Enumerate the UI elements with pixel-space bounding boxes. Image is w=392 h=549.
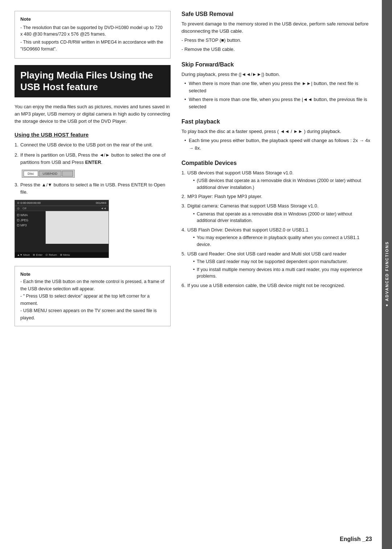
right-column: Safe USB Removal To prevent damage to th…: [181, 11, 371, 538]
top-note-item-2: - This unit supports CD-R/RW written in …: [20, 39, 165, 53]
disc-tab: Disc: [24, 171, 38, 177]
usb-hdd-tab: USB/HDD: [39, 171, 62, 177]
screen-mockup-1-container: Disc USB/HDD: [22, 170, 171, 178]
screen-spacer: [29, 207, 98, 210]
bottom-note-title: Note: [20, 271, 165, 278]
step-3: 3. Press the ▲/▼ buttons to select a fil…: [15, 181, 171, 196]
fast-playback-heading: Fast playback: [181, 118, 371, 125]
screen-body: WMA JPEG MP3: [15, 211, 109, 244]
device-item-4: 4. USB Flash Drive: Devices that support…: [181, 226, 371, 248]
screen-footer-return: ⊙ Return: [45, 253, 57, 257]
sidebar-item-wma: WMA: [16, 213, 44, 218]
page-footer: English _23: [340, 536, 372, 542]
screen-count: 001/003: [96, 201, 106, 205]
steps-list: 1. Connect the USB device to the USB por…: [15, 141, 171, 166]
jpeg-dot: [17, 219, 19, 221]
side-tab: ● Advanced Functions: [382, 0, 392, 549]
device-item-2: 2. MP3 Player: Flash type MP3 player.: [181, 193, 371, 200]
screen-icon-repeat: ◎: [17, 207, 20, 210]
skip-bullet-1: When there is more than one file, when y…: [184, 80, 371, 94]
skip-intro: During playback, press the (|◄◄/►►|) but…: [181, 71, 371, 78]
compatible-devices-list: 1. USB devices that support USB Mass Sto…: [181, 169, 371, 290]
device-1-sub: (USB devices that operate as a removable…: [187, 177, 371, 191]
page-container: Note - The resolution that can be suppor…: [0, 0, 392, 549]
device-4-sub-1: You may experience a difference in playb…: [193, 234, 371, 248]
step-1: 1. Connect the USB device to the USB por…: [15, 141, 171, 149]
safe-usb-intro: To prevent damage to the memory stored i…: [181, 20, 371, 35]
top-note-item-1: - The resolution that can be supported b…: [20, 24, 165, 38]
device-5-sub: The USB card reader may not be supported…: [187, 258, 371, 280]
wma-dot: [17, 214, 19, 216]
main-heading-text: Playing Media Files Using the USB Host f…: [20, 69, 165, 93]
empty-tab: [62, 171, 73, 177]
device-1-sub-1: (USB devices that operate as a removable…: [193, 177, 371, 191]
fast-playback-bullets: Each time you press either button, the p…: [181, 137, 371, 152]
screen-mockup-1: Disc USB/HDD: [22, 170, 75, 178]
device-item-3: 3. Digital camera: Cameras that support …: [181, 202, 371, 224]
main-content: Note - The resolution that can be suppor…: [0, 0, 382, 549]
usb-host-section: Using the USB HOST feature 1. Connect th…: [15, 132, 171, 258]
side-tab-label: ● Advanced Functions: [385, 241, 389, 308]
screen-footer-menu: ⊕ Menu: [60, 253, 70, 257]
safe-usb-step2: - Remove the USB cable.: [181, 46, 371, 53]
sidebar-item-mp3: MP3: [16, 223, 44, 228]
safe-usb-heading: Safe USB Removal: [181, 11, 371, 17]
screen-sidebar: WMA JPEG MP3: [15, 211, 46, 244]
skip-bullets: When there is more than one file, when y…: [181, 80, 371, 111]
device-4-sub: You may experience a difference in playb…: [187, 234, 371, 248]
sidebar-item-jpeg: JPEG: [16, 218, 44, 223]
device-item-6: 6. If you use a USB extension cable, the…: [181, 282, 371, 289]
compatible-devices-heading: Compatible Devices: [181, 160, 371, 166]
bottom-note-item-1: - Each time the USB button on the remote…: [20, 278, 165, 292]
safe-usb-step1: - Press the STOP (■) button.: [181, 37, 371, 44]
top-note-title: Note: [20, 16, 165, 23]
usb-host-heading: Using the USB HOST feature: [15, 132, 171, 138]
intro-text: You can enjoy the media files such as pi…: [15, 103, 171, 125]
screen-mockup-2: ⊙ 0:00:00/0:00:00 001/003 ◎ Off ◄◄: [15, 200, 109, 258]
screen-footer-enter: ⊕ Enter: [33, 253, 42, 257]
device-item-1: 1. USB devices that support USB Mass Sto…: [181, 169, 371, 191]
main-heading-box: Playing Media Files Using the USB Host f…: [15, 65, 171, 97]
mp3-dot: [17, 224, 19, 226]
screen-time: ⊙ 0:00:00/0:00:00: [17, 201, 41, 205]
skip-bullet-2: When there is more than one file, when y…: [184, 96, 371, 110]
screen-main-area: [46, 211, 109, 244]
fast-playback-section: Fast playback To play back the disc at a…: [181, 118, 371, 152]
fast-playback-bullet-1: Each time you press either button, the p…: [184, 137, 371, 152]
compatible-devices-section: Compatible Devices 1. USB devices that s…: [181, 160, 371, 290]
skip-section: Skip Forward/Back During playback, press…: [181, 61, 371, 111]
screen-icon-row: ◎ Off ◄◄: [15, 206, 109, 211]
skip-heading: Skip Forward/Back: [181, 61, 371, 68]
device-3-sub: Cameras that operate as a removable disk…: [187, 211, 371, 225]
screen-header: ⊙ 0:00:00/0:00:00 001/003: [15, 200, 109, 206]
device-3-sub-1: Cameras that operate as a removable disk…: [193, 211, 371, 225]
steps-list-2: 3. Press the ▲/▼ buttons to select a fil…: [15, 181, 171, 196]
screen-rewind-icon: ◄◄: [101, 207, 106, 210]
bottom-note-box: Note - Each time the USB button on the r…: [15, 266, 171, 326]
screen-footer: ▲▼ Move ⊕ Enter ⊙ Return ⊕ Menu: [15, 252, 109, 258]
safe-usb-section: Safe USB Removal To prevent damage to th…: [181, 11, 371, 53]
screen-footer-move: ▲▼ Move: [17, 253, 30, 257]
screen-off-label: Off: [23, 207, 26, 210]
device-5-sub-1: The USB card reader may not be supported…: [193, 258, 371, 265]
bottom-note-item-2: - " Press USB to select device" appear a…: [20, 292, 165, 307]
left-column: Note - The resolution that can be suppor…: [15, 11, 171, 538]
fast-playback-intro: To play back the disc at a faster speed,…: [181, 128, 371, 135]
device-5-sub-2: If you install multiple memory devices i…: [193, 266, 371, 280]
bottom-note-item-3: - USB MENU screen appears on the TV scre…: [20, 307, 165, 322]
step-2: 2. If there is partition on USB, Press t…: [15, 152, 171, 166]
device-item-5: 5. USB card Reader: One slot USB card re…: [181, 250, 371, 280]
top-note-box: Note - The resolution that can be suppor…: [15, 11, 171, 58]
